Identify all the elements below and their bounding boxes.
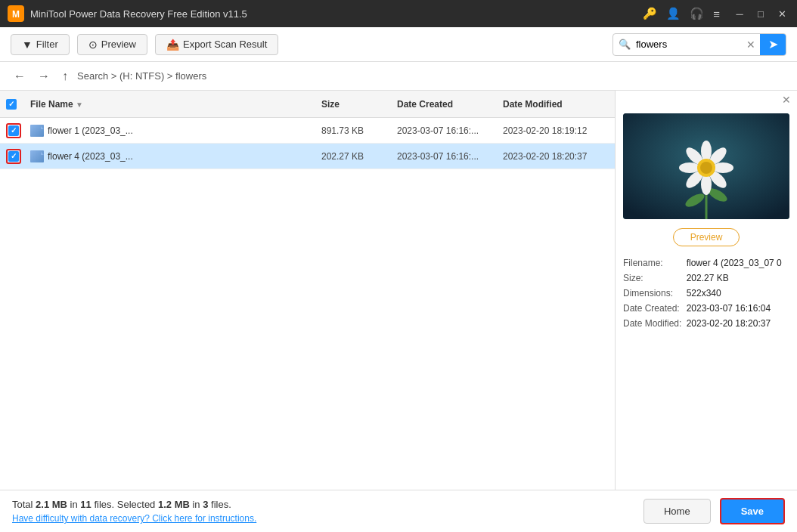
row-checkbox-cell <box>6 149 30 164</box>
selected-size: 1.2 MB <box>158 499 190 510</box>
filename-label: Filename: <box>623 255 687 271</box>
window-controls: ─ □ ✕ <box>732 6 789 21</box>
file-icon <box>30 125 44 137</box>
row-date-modified: 2023-02-20 18:20:37 <box>503 151 609 162</box>
export-button[interactable]: 📤 Export Scan Result <box>155 34 278 55</box>
size-value: 202.27 KB <box>687 271 789 286</box>
meta-dimensions-row: Dimensions: 522x340 <box>623 286 789 301</box>
table-row[interactable]: flower 1 (2023_03_... 891.73 KB 2023-03-… <box>0 118 615 144</box>
export-label: Export Scan Result <box>183 39 267 50</box>
up-button[interactable]: ↑ <box>59 68 71 85</box>
headset-icon[interactable]: 🎧 <box>690 7 704 20</box>
col-size: Size <box>321 99 397 110</box>
breadcrumb: Search > (H: NTFS) > flowers <box>77 70 206 82</box>
col-date-modified: Date Modified <box>503 99 609 110</box>
search-clear-icon[interactable]: ✕ <box>742 39 760 51</box>
status-text: Total 2.1 MB in 11 files. Selected 1.2 M… <box>12 499 643 524</box>
app-logo: M <box>8 5 24 22</box>
back-button[interactable]: ← <box>11 68 29 85</box>
col-date-created: Date Created <box>397 99 503 110</box>
home-button[interactable]: Home <box>643 499 711 524</box>
total-prefix: Total <box>12 499 36 510</box>
svg-point-8 <box>712 162 733 173</box>
preview-btn-wrap: Preview <box>623 228 789 246</box>
total-size: 2.1 MB <box>36 499 67 510</box>
row-checkbox[interactable] <box>8 125 19 136</box>
restore-button[interactable]: □ <box>753 6 768 21</box>
col-filename: File Name ▼ <box>30 99 321 110</box>
search-go-button[interactable]: ➤ <box>760 33 786 56</box>
menu-icon[interactable]: ≡ <box>713 8 720 20</box>
help-link[interactable]: Have difficulty with data recovery? Clic… <box>12 513 256 524</box>
status-line2: Have difficulty with data recovery? Clic… <box>12 512 643 524</box>
size-label: Size: <box>623 271 687 286</box>
app-title: MiniTool Power Data Recovery Free Editio… <box>30 8 643 20</box>
row-size: 891.73 KB <box>321 125 397 136</box>
meta-size-row: Size: 202.27 KB <box>623 271 789 286</box>
row-size: 202.27 KB <box>321 151 397 162</box>
svg-point-15 <box>700 162 712 174</box>
row-date-created: 2023-03-07 16:16:... <box>397 151 503 162</box>
minimize-button[interactable]: ─ <box>732 6 747 21</box>
row-filename: flower 1 (2023_03_... <box>30 125 321 137</box>
total-files: 11 <box>80 499 91 510</box>
titlebar: M MiniTool Power Data Recovery Free Edit… <box>0 0 797 27</box>
date-created-label: Date Created: <box>623 301 687 316</box>
row-date-modified: 2023-02-20 18:19:12 <box>503 125 609 136</box>
date-modified-label: Date Modified: <box>623 316 687 331</box>
header-checkbox-cell <box>6 99 30 110</box>
files-label: files. Selected <box>91 499 158 510</box>
row-date-created: 2023-03-07 16:16:... <box>397 125 503 136</box>
checkbox-highlight <box>6 149 21 164</box>
search-box: 🔍 ✕ ➤ <box>612 33 786 56</box>
status-line1: Total 2.1 MB in 11 files. Selected 1.2 M… <box>12 499 643 510</box>
status-bar: Total 2.1 MB in 11 files. Selected 1.2 M… <box>0 490 797 532</box>
selected-in: in <box>190 499 203 510</box>
meta-filename-row: Filename: flower 4 (2023_03_07 0 <box>623 255 789 271</box>
filter-button[interactable]: ▼ Filter <box>11 34 70 55</box>
preview-button[interactable]: ⊙ Preview <box>77 34 147 55</box>
meta-date-created-row: Date Created: 2023-03-07 16:16:04 <box>623 301 789 316</box>
close-button[interactable]: ✕ <box>774 6 789 21</box>
export-icon: 📤 <box>166 39 179 51</box>
filter-label: Filter <box>36 39 58 50</box>
svg-point-10 <box>701 174 712 195</box>
svg-point-12 <box>679 162 700 173</box>
file-icon <box>30 150 44 162</box>
selected-files-label: files. <box>208 499 231 510</box>
filter-icon: ▼ <box>22 39 33 51</box>
in-label: in <box>67 499 80 510</box>
preview-close-button[interactable]: ✕ <box>782 94 791 106</box>
status-buttons: Home Save <box>643 498 785 524</box>
forward-button[interactable]: → <box>35 68 53 85</box>
titlebar-icons: 🔑 👤 🎧 ≡ <box>643 7 720 20</box>
meta-table: Filename: flower 4 (2023_03_07 0 Size: 2… <box>623 255 789 331</box>
table-row[interactable]: flower 4 (2023_03_... 202.27 KB 2023-03-… <box>0 144 615 169</box>
key-icon[interactable]: 🔑 <box>643 7 657 20</box>
toolbar: ▼ Filter ⊙ Preview 📤 Export Scan Result … <box>0 27 797 62</box>
preview-icon: ⊙ <box>88 39 98 51</box>
preview-panel: ✕ <box>616 91 797 490</box>
table-body: flower 1 (2023_03_... 891.73 KB 2023-03-… <box>0 118 615 490</box>
svg-point-6 <box>701 141 712 162</box>
checkbox-highlight <box>6 123 21 138</box>
date-modified-value: 2023-02-20 18:20:37 <box>687 316 789 331</box>
svg-text:M: M <box>12 9 20 20</box>
filename-value: flower 4 (2023_03_07 0 <box>687 255 789 271</box>
search-input[interactable] <box>636 34 742 55</box>
preview-action-button[interactable]: Preview <box>673 228 740 246</box>
meta-date-modified-row: Date Modified: 2023-02-20 18:20:37 <box>623 316 789 331</box>
preview-label: Preview <box>101 39 136 50</box>
preview-image <box>623 113 789 219</box>
table-header: File Name ▼ Size Date Created Date Modif… <box>0 91 615 118</box>
date-created-value: 2023-03-07 16:16:04 <box>687 301 789 316</box>
dimensions-label: Dimensions: <box>623 286 687 301</box>
user-icon[interactable]: 👤 <box>666 7 681 20</box>
row-checkbox[interactable] <box>8 151 19 162</box>
main-area: File Name ▼ Size Date Created Date Modif… <box>0 91 797 490</box>
row-checkbox-cell <box>6 123 30 138</box>
sort-icon[interactable]: ▼ <box>76 101 83 109</box>
header-checkbox[interactable] <box>6 99 17 110</box>
breadcrumb-bar: ← → ↑ Search > (H: NTFS) > flowers <box>0 62 797 91</box>
save-button[interactable]: Save <box>720 498 785 524</box>
